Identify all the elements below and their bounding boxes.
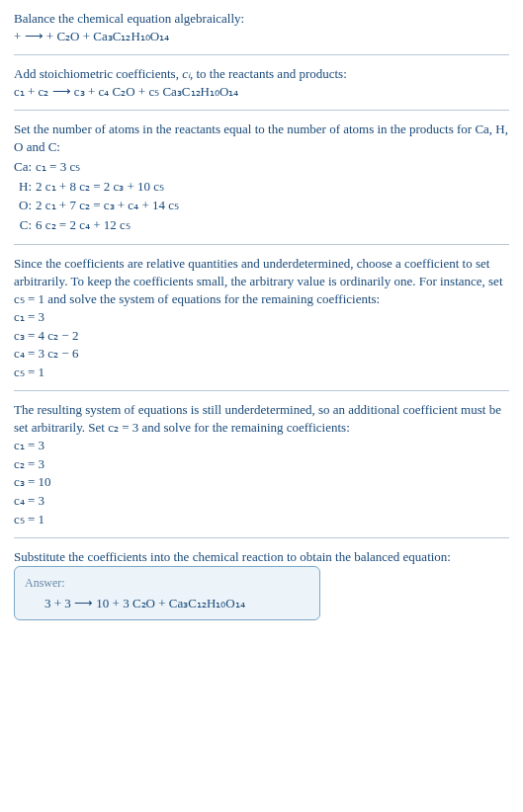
- coef-line: c₁ = 3: [14, 308, 509, 326]
- coefficient-list: c₁ = 3 c₃ = 4 c₂ − 2 c₄ = 3 c₂ − 6 c₅ = …: [14, 308, 509, 380]
- section-title: The resulting system of equations is sti…: [14, 401, 509, 436]
- coef-line: c₅ = 1: [14, 511, 509, 528]
- section-title: Substitute the coefficients into the che…: [14, 548, 509, 566]
- divider: [14, 110, 509, 111]
- table-row: H: 2 c₁ + 8 c₂ = 2 c₃ + 10 c₅: [14, 177, 185, 197]
- coef-line: c₃ = 4 c₂ − 2: [14, 327, 509, 345]
- coef-line: c₄ = 3: [14, 492, 509, 510]
- section-atom-balance: Set the number of atoms in the reactants…: [14, 121, 509, 234]
- answer-box: Answer: 3 + 3 ⟶ 10 + 3 C₂O + Ca₃C₁₂H₁₀O₁…: [14, 566, 320, 621]
- ci-symbol: cᵢ: [182, 66, 190, 81]
- text: Add stoichiometric coefficients,: [14, 66, 182, 81]
- element-label: O:: [14, 196, 36, 215]
- equation-unbalanced: + ⟶ + C₂O + Ca₃C₁₂H₁₀O₁₄: [14, 28, 509, 45]
- answer-label: Answer:: [25, 575, 309, 591]
- section-substitute: Substitute the coefficients into the che…: [14, 548, 509, 620]
- equation-with-coeffs: c₁ + c₂ ⟶ c₃ + c₄ C₂O + c₅ Ca₃C₁₂H₁₀O₁₄: [14, 83, 509, 101]
- section-title: Since the coefficients are relative quan…: [14, 255, 509, 307]
- coef-line: c₅ = 1: [14, 364, 509, 381]
- divider: [14, 54, 509, 55]
- balance-equation: c₁ = 3 c₅: [36, 157, 185, 177]
- divider: [14, 390, 509, 391]
- section-title: Set the number of atoms in the reactants…: [14, 121, 509, 155]
- section-final-coeffs: The resulting system of equations is sti…: [14, 401, 509, 528]
- balanced-equation: 3 + 3 ⟶ 10 + 3 C₂O + Ca₃C₁₂H₁₀O₁₄: [25, 595, 309, 612]
- coefficient-list: c₁ = 3 c₂ = 3 c₃ = 10 c₄ = 3 c₅ = 1: [14, 437, 509, 528]
- section-title: Add stoichiometric coefficients, cᵢ, to …: [14, 65, 509, 83]
- text: , to the reactants and products:: [190, 66, 347, 81]
- divider: [14, 537, 509, 538]
- element-label: Ca:: [14, 157, 36, 177]
- coef-line: c₁ = 3: [14, 437, 509, 454]
- section-partial-solution: Since the coefficients are relative quan…: [14, 255, 509, 380]
- coef-line: c₃ = 10: [14, 473, 509, 491]
- table-row: Ca: c₁ = 3 c₅: [14, 157, 185, 177]
- atom-balance-table: Ca: c₁ = 3 c₅ H: 2 c₁ + 8 c₂ = 2 c₃ + 10…: [14, 157, 185, 234]
- table-row: O: 2 c₁ + 7 c₂ = c₃ + c₄ + 14 c₅: [14, 196, 185, 215]
- coef-line: c₂ = 3: [14, 455, 509, 473]
- coef-line: c₄ = 3 c₂ − 6: [14, 345, 509, 363]
- section-stoich-coeffs: Add stoichiometric coefficients, cᵢ, to …: [14, 65, 509, 100]
- element-label: C:: [14, 215, 36, 235]
- section-title: Balance the chemical equation algebraica…: [14, 10, 509, 28]
- balance-equation: 2 c₁ + 8 c₂ = 2 c₃ + 10 c₅: [36, 177, 185, 197]
- table-row: C: 6 c₂ = 2 c₄ + 12 c₅: [14, 215, 185, 235]
- element-label: H:: [14, 177, 36, 197]
- section-balance-prompt: Balance the chemical equation algebraica…: [14, 10, 509, 44]
- balance-equation: 2 c₁ + 7 c₂ = c₃ + c₄ + 14 c₅: [36, 196, 185, 215]
- divider: [14, 244, 509, 245]
- balance-equation: 6 c₂ = 2 c₄ + 12 c₅: [36, 215, 185, 235]
